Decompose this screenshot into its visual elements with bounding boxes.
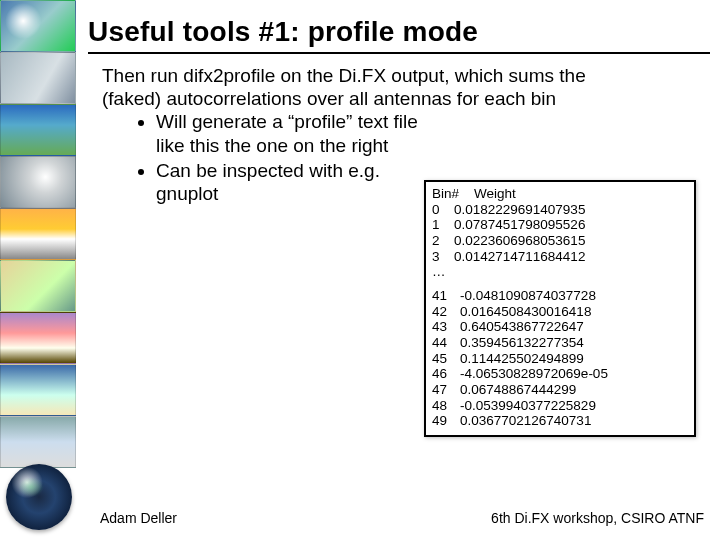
bullet-item: Can be inspected with e.g. gnuplot (156, 159, 436, 205)
bin-num: 3 (432, 249, 454, 265)
bin-weight: 0.114425502494899 (460, 351, 584, 367)
bin-weight: -4.06530828972069e-05 (460, 366, 608, 382)
intro-paragraph: Then run difx2profile on the Di.FX outpu… (102, 64, 592, 110)
profile-textbox: Bin# Weight 00.0182229691407935 10.07874… (424, 180, 696, 437)
bin-weight: 0.0787451798095526 (454, 217, 585, 233)
bin-weight: 0.0223606968053615 (454, 233, 585, 249)
bin-weight: 0.640543867722647 (460, 319, 584, 335)
bin-weight: -0.0481090874037728 (460, 288, 596, 304)
slide-content: Useful tools #1: profile mode Then run d… (88, 6, 710, 207)
slide-title: Useful tools #1: profile mode (88, 16, 710, 48)
bin-weight: 0.0367702126740731 (460, 413, 591, 429)
bin-weight: 0.0182229691407935 (454, 202, 585, 218)
bin-weight: 0.0164508430016418 (460, 304, 591, 320)
bin-weight: -0.0539940377225829 (460, 398, 596, 414)
bin-num: 46 (432, 366, 460, 382)
bin-num: 0 (432, 202, 454, 218)
bin-num: 49 (432, 413, 460, 429)
bin-weight: 0.359456132277354 (460, 335, 584, 351)
title-rule (88, 52, 710, 54)
globe-icon (6, 464, 76, 534)
thumbnail (0, 104, 76, 156)
bin-weight: 0.06748867444299 (460, 382, 576, 398)
thumbnail (0, 0, 76, 52)
thumbnail (0, 416, 76, 468)
bin-num: 42 (432, 304, 460, 320)
thumbnail (0, 156, 76, 208)
bin-num: 45 (432, 351, 460, 367)
bin-num: 41 (432, 288, 460, 304)
thumbnail (0, 52, 76, 104)
bin-num: 48 (432, 398, 460, 414)
bin-num: 1 (432, 217, 454, 233)
profile-header-bin: Bin# (432, 186, 474, 202)
thumbnail (0, 208, 76, 260)
bin-num: 2 (432, 233, 454, 249)
bin-weight: 0.0142714711684412 (454, 249, 585, 265)
thumbnail (0, 364, 76, 416)
bin-num: 44 (432, 335, 460, 351)
footer-workshop: 6th Di.FX workshop, CSIRO ATNF (491, 510, 704, 526)
thumbnail (0, 260, 76, 312)
bin-num: 43 (432, 319, 460, 335)
profile-header-weight: Weight (474, 186, 516, 202)
thumbnail (0, 312, 76, 364)
thumbnail-sidebar (0, 0, 76, 540)
footer-author: Adam Deller (100, 510, 177, 526)
bullet-item: Will generate a “profile” text file like… (156, 110, 436, 156)
bin-num: 47 (432, 382, 460, 398)
profile-ellipsis: … (432, 264, 688, 280)
